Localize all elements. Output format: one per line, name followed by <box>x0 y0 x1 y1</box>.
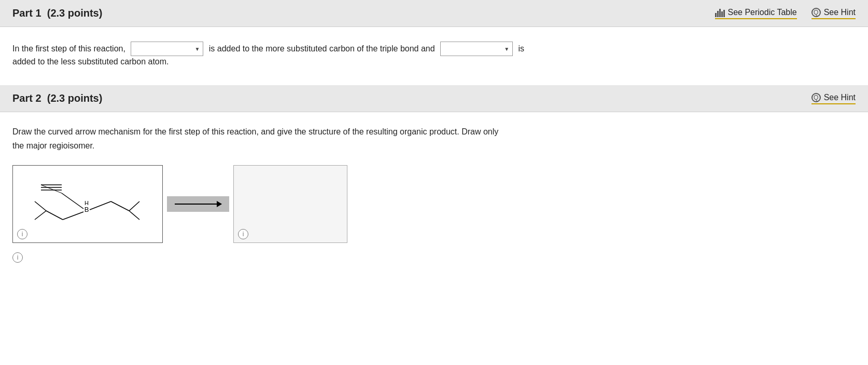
part2-header: Part 2 (2.3 points) Q See Hint <box>0 85 868 112</box>
periodic-table-label: See Periodic Table <box>728 8 797 17</box>
part2-section: Part 2 (2.3 points) Q See Hint Draw the … <box>0 85 868 273</box>
dropdown1-wrapper[interactable]: H OH Br Cl BH₂ ▼ <box>131 42 203 56</box>
sentence-row: In the first step of this reaction, H OH… <box>12 42 856 56</box>
sentence-line2-text: added to the less substituted carbon ato… <box>12 57 169 66</box>
svg-line-5 <box>62 193 83 209</box>
part2-description: Draw the curved arrow mechanism for the … <box>12 125 856 153</box>
see-hint-link-part1[interactable]: Q See Hint <box>811 8 856 19</box>
product-info-badge[interactable]: i <box>238 229 248 239</box>
reaction-row: B H <box>12 165 856 243</box>
svg-line-8 <box>111 201 129 211</box>
bottom-info-circle[interactable]: i <box>12 252 23 263</box>
sentence-text-3: is <box>519 42 525 56</box>
hint-icon-part1: Q <box>811 8 821 17</box>
product-molecule-box[interactable]: i <box>233 165 347 243</box>
see-hint-link-part2[interactable]: Q See Hint <box>811 93 856 104</box>
dropdown2-select[interactable]: H OH Br Cl BH₂ <box>444 45 509 53</box>
part1-body: In the first step of this reaction, H OH… <box>0 27 868 85</box>
reactant-molecule-box: B H <box>12 165 163 243</box>
part1-title-text: Part 1 <box>12 7 41 19</box>
svg-line-13 <box>35 201 46 211</box>
part1-header: Part 1 (2.3 points) See Periodic Table Q… <box>0 0 868 27</box>
reactant-info-badge[interactable]: i <box>17 229 27 239</box>
part2-title-text: Part 2 <box>12 92 41 104</box>
svg-line-9 <box>129 201 139 211</box>
part2-tools: Q See Hint <box>811 93 856 104</box>
sentence-text-1: In the first step of this reaction, <box>12 42 125 56</box>
reactant-svg: B H <box>20 170 155 238</box>
part2-title: Part 2 (2.3 points) <box>12 92 102 104</box>
sentence-text-2: is added to the more substituted carbon … <box>209 42 435 56</box>
sentence-line2: added to the less substituted carbon ato… <box>12 57 856 66</box>
part2-desc-line2: the major regioisomer. <box>12 139 856 153</box>
part2-body: Draw the curved arrow mechanism for the … <box>0 112 868 273</box>
reaction-arrow <box>175 204 221 205</box>
reaction-arrow-box <box>167 196 229 212</box>
svg-line-14 <box>35 211 46 220</box>
svg-text:H: H <box>85 200 89 206</box>
part1-points: (2.3 points) <box>47 7 103 19</box>
hint-icon-part2: Q <box>811 93 821 102</box>
dropdown1-select[interactable]: H OH Br Cl BH₂ <box>134 45 200 53</box>
svg-line-6 <box>41 185 62 193</box>
svg-text:B: B <box>85 206 89 213</box>
part1-tools: See Periodic Table Q See Hint <box>715 8 856 19</box>
svg-line-12 <box>46 211 63 220</box>
see-hint-label-part2: See Hint <box>824 93 856 102</box>
part1-title: Part 1 (2.3 points) <box>12 7 102 19</box>
part2-desc-line1: Draw the curved arrow mechanism for the … <box>12 125 856 139</box>
periodic-table-icon <box>715 8 725 17</box>
svg-line-10 <box>129 211 139 220</box>
see-periodic-table-link[interactable]: See Periodic Table <box>715 8 797 19</box>
part1-section: Part 1 (2.3 points) See Periodic Table Q… <box>0 0 868 85</box>
dropdown2-wrapper[interactable]: H OH Br Cl BH₂ ▼ <box>440 42 513 56</box>
svg-line-7 <box>90 201 111 210</box>
bottom-info-area: i <box>12 248 856 263</box>
see-hint-label-part1: See Hint <box>824 8 856 17</box>
part2-points: (2.3 points) <box>47 92 103 104</box>
svg-line-11 <box>63 212 83 220</box>
